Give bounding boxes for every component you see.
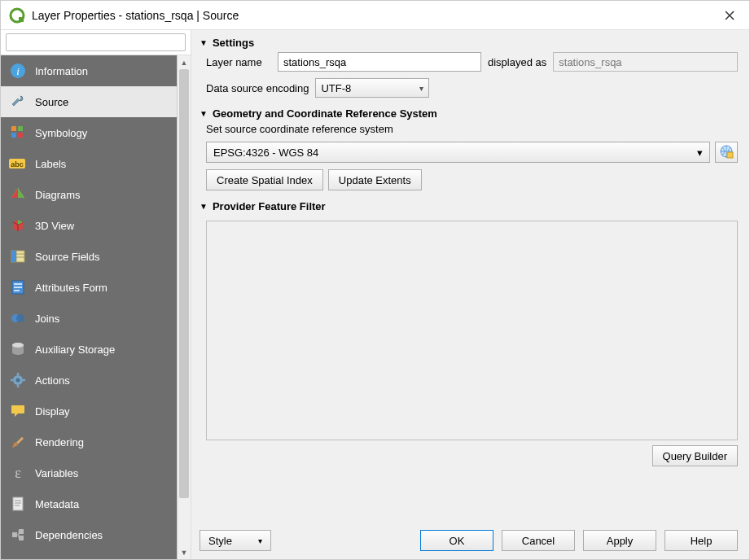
collapse-icon: ▼ (200, 38, 208, 47)
nav-item-rendering[interactable]: Rendering (1, 427, 177, 457)
layer-name-input[interactable] (278, 52, 481, 72)
crs-combo[interactable]: EPSG:4326 - WGS 84 ▾ (206, 142, 710, 163)
filter-textarea[interactable] (206, 221, 738, 440)
nav-label: Attributes Form (35, 282, 107, 294)
diagrams-icon (9, 186, 27, 203)
nav-label: Source Fields (35, 251, 99, 263)
nav-label: Joins (35, 313, 59, 325)
svg-rect-41 (727, 152, 733, 158)
nav-item-auxstorage[interactable]: Auxiliary Storage (1, 334, 177, 365)
joins-icon (9, 309, 27, 327)
style-menu-button[interactable]: Style ▾ (200, 530, 271, 551)
nav-item-dependencies[interactable]: Dependencies (1, 519, 177, 550)
main-area: i Information Source Symbology (1, 30, 749, 559)
nav-list: i Information Source Symbology (1, 55, 177, 559)
nav-item-metadata[interactable]: Metadata (1, 488, 177, 519)
svg-rect-16 (11, 251, 16, 262)
nav-label: Actions (35, 374, 70, 387)
chevron-down-icon: ▾ (697, 147, 703, 159)
nav-label: Rendering (35, 436, 84, 448)
collapse-icon: ▼ (200, 109, 208, 118)
info-icon: i (9, 62, 27, 80)
scroll-thumb[interactable] (179, 69, 189, 498)
collapse-icon: ▼ (200, 202, 208, 211)
scroll-down-icon[interactable]: ▼ (178, 545, 191, 559)
scroll-track[interactable] (178, 69, 191, 545)
chevron-down-icon: ▾ (419, 84, 423, 93)
encoding-combo[interactable]: UTF-8 ▾ (315, 78, 429, 98)
encoding-label: Data source encoding (206, 82, 309, 94)
section-title: Geometry and Coordinate Reference System (213, 107, 437, 120)
epsilon-icon: ε (9, 464, 27, 482)
svg-rect-8 (11, 133, 16, 138)
nav-item-variables[interactable]: ε Variables (1, 457, 177, 488)
svg-point-24 (12, 343, 24, 348)
svg-point-22 (16, 314, 24, 322)
nav-item-attributesform[interactable]: Attributes Form (1, 272, 177, 303)
section-settings: ▼ Settings Layer name displayed as stati… (200, 37, 738, 98)
content-area: ▼ Settings Layer name displayed as stati… (191, 30, 749, 559)
apply-button[interactable]: Apply (583, 530, 656, 551)
svg-text:abc: abc (11, 160, 24, 168)
svg-rect-33 (13, 497, 23, 510)
section-filter: ▼ Provider Feature Filter Query Builder (200, 200, 738, 466)
database-icon (9, 340, 27, 358)
nav-label: Metadata (35, 498, 79, 510)
section-title: Provider Feature Filter (213, 200, 326, 212)
svg-rect-31 (16, 437, 24, 444)
style-label: Style (208, 535, 232, 547)
nav-label: Diagrams (35, 189, 81, 201)
labels-icon: abc (9, 155, 27, 173)
update-extents-button[interactable]: Update Extents (328, 169, 422, 190)
cancel-button[interactable]: Cancel (502, 530, 575, 551)
nav-item-source[interactable]: Source (1, 86, 177, 117)
set-crs-label: Set source coordinate reference system (206, 123, 738, 135)
nav-item-joins[interactable]: Joins (1, 303, 177, 334)
nav-item-actions[interactable]: Actions (1, 365, 177, 396)
nav-item-labels[interactable]: abc Labels (1, 148, 177, 179)
help-button[interactable]: Help (664, 530, 738, 551)
speech-icon (9, 402, 27, 420)
chevron-down-icon: ▾ (258, 536, 262, 545)
nav-item-diagrams[interactable]: Diagrams (1, 179, 177, 210)
svg-rect-1 (19, 17, 24, 22)
section-header-filter[interactable]: ▼ Provider Feature Filter (200, 200, 738, 212)
nav-item-symbology[interactable]: Symbology (1, 117, 177, 148)
nav-label: Information (35, 65, 88, 77)
section-header-settings[interactable]: ▼ Settings (200, 37, 738, 49)
query-builder-button[interactable]: Query Builder (652, 445, 738, 466)
nav-item-3dview[interactable]: 3D View (1, 210, 177, 241)
create-spatial-index-button[interactable]: Create Spatial Index (206, 169, 323, 190)
crs-picker-button[interactable] (715, 142, 738, 163)
section-header-geometry[interactable]: ▼ Geometry and Coordinate Reference Syst… (200, 107, 738, 120)
nav-label: Symbology (35, 127, 87, 139)
svg-rect-20 (14, 290, 20, 291)
wrench-icon (9, 93, 27, 111)
svg-rect-6 (11, 126, 16, 131)
nav-item-sourcefields[interactable]: Source Fields (1, 241, 177, 272)
svg-rect-18 (14, 283, 22, 285)
nav-scrollbar[interactable]: ▲ ▼ (177, 55, 191, 559)
nav-item-information[interactable]: i Information (1, 55, 177, 86)
displayed-as-value: stations_rsqa (559, 56, 621, 68)
left-panel: i Information Source Symbology (1, 30, 191, 559)
nav-label: 3D View (35, 220, 74, 232)
globe-icon (719, 144, 734, 161)
svg-rect-39 (19, 536, 24, 540)
layer-name-label: Layer name (206, 56, 271, 68)
gear-icon (9, 371, 27, 389)
ok-button[interactable]: OK (420, 530, 493, 551)
displayed-as-field: stations_rsqa (553, 52, 738, 72)
nav-label: Display (35, 405, 70, 418)
section-title: Settings (213, 37, 254, 49)
search-wrap (1, 30, 191, 55)
nav-label: Source (35, 96, 68, 108)
svg-rect-19 (14, 287, 22, 288)
close-button[interactable] (718, 4, 741, 27)
search-input[interactable] (6, 33, 186, 51)
crs-value: EPSG:4326 - WGS 84 (213, 147, 318, 159)
scroll-up-icon[interactable]: ▲ (178, 55, 191, 69)
nav-item-display[interactable]: Display (1, 396, 177, 427)
paintbrush-icon (9, 433, 27, 451)
fields-icon (9, 247, 27, 265)
